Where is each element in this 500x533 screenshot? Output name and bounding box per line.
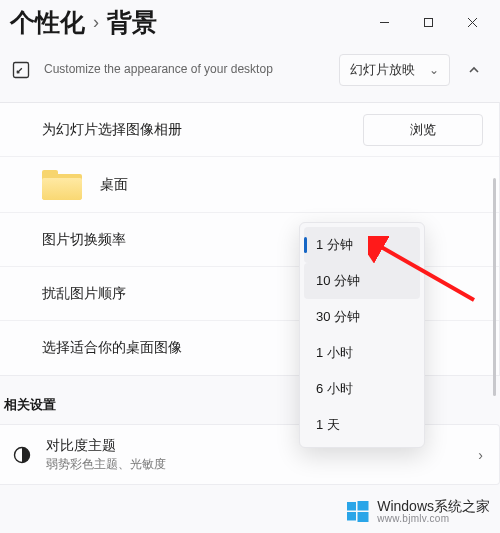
- contrast-text: 对比度主题 弱势彩色主题、光敏度: [46, 437, 166, 472]
- watermark-url: www.bjmlv.com: [377, 514, 490, 525]
- album-folder-row[interactable]: 桌面: [0, 157, 499, 213]
- interval-option-1min[interactable]: 1 分钟: [304, 227, 420, 263]
- shuffle-label: 扰乱图片顺序: [42, 285, 126, 303]
- chevron-right-icon: ›: [93, 12, 99, 33]
- album-folder-name: 桌面: [100, 176, 128, 194]
- collapse-section-button[interactable]: [460, 56, 488, 84]
- interval-dropdown-menu: 1 分钟 10 分钟 30 分钟 1 小时 6 小时 1 天: [299, 222, 425, 448]
- interval-option-30min[interactable]: 30 分钟: [304, 299, 420, 335]
- svg-rect-11: [358, 512, 369, 522]
- windows-logo-icon: [345, 499, 371, 525]
- maximize-button[interactable]: [406, 7, 450, 37]
- watermark: Windows系统之家 www.bjmlv.com: [345, 499, 490, 525]
- contrast-icon: [12, 445, 32, 465]
- slideshow-panel: 为幻灯片选择图像相册 浏览 桌面 图片切换频率 扰乱图片顺序 选择适合你的桌面图…: [0, 102, 500, 376]
- breadcrumb-personalization[interactable]: 个性化: [10, 6, 85, 39]
- contrast-themes-card[interactable]: 对比度主题 弱势彩色主题、光敏度 ›: [0, 424, 500, 485]
- interval-option-1hr[interactable]: 1 小时: [304, 335, 420, 371]
- breadcrumb: 个性化 › 背景: [10, 6, 157, 39]
- breadcrumb-background: 背景: [107, 6, 157, 39]
- contrast-title: 对比度主题: [46, 437, 166, 455]
- background-mode-value: 幻灯片放映: [350, 61, 415, 79]
- svg-rect-9: [358, 501, 369, 511]
- background-header-row: Customize the appearance of your desktop…: [0, 44, 500, 102]
- personalize-icon: [10, 60, 32, 80]
- close-button[interactable]: [450, 7, 494, 37]
- folder-icon: [42, 170, 82, 200]
- svg-rect-10: [347, 512, 356, 521]
- interval-label: 图片切换频率: [42, 231, 126, 249]
- interval-option-10min[interactable]: 10 分钟: [304, 263, 420, 299]
- window-controls: [362, 7, 494, 37]
- chevron-right-icon: ›: [478, 447, 483, 463]
- background-subtitle: Customize the appearance of your desktop: [44, 62, 327, 78]
- choose-album-row: 为幻灯片选择图像相册 浏览: [0, 103, 499, 157]
- svg-rect-1: [424, 18, 432, 26]
- background-mode-group: 幻灯片放映 ⌄: [339, 54, 488, 86]
- scrollbar-thumb[interactable]: [493, 178, 496, 396]
- minimize-button[interactable]: [362, 7, 406, 37]
- titlebar: 个性化 › 背景: [0, 0, 500, 44]
- browse-button[interactable]: 浏览: [363, 114, 483, 146]
- svg-rect-8: [347, 502, 356, 511]
- fit-label: 选择适合你的桌面图像: [42, 339, 182, 357]
- watermark-title: Windows系统之家: [377, 499, 490, 514]
- choose-album-label: 为幻灯片选择图像相册: [42, 121, 182, 139]
- contrast-sub: 弱势彩色主题、光敏度: [46, 457, 166, 472]
- background-mode-dropdown[interactable]: 幻灯片放映 ⌄: [339, 54, 450, 86]
- chevron-down-icon: ⌄: [429, 63, 439, 77]
- interval-option-1day[interactable]: 1 天: [304, 407, 420, 443]
- related-settings-heading: 相关设置: [0, 376, 500, 424]
- interval-option-6hr[interactable]: 6 小时: [304, 371, 420, 407]
